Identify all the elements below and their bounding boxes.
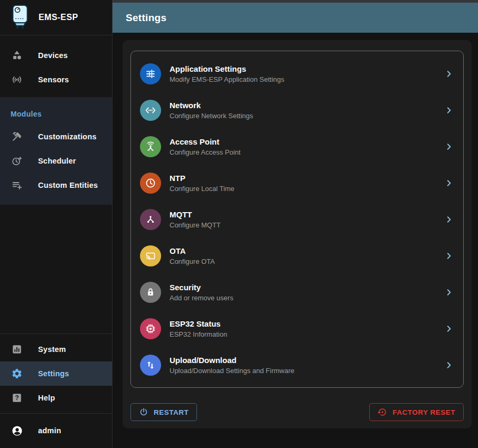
settings-card: Application Settings Modify EMS-ESP Appl… [130,51,464,388]
chevron-right-icon [444,323,454,334]
row-title: OTA [170,246,444,256]
sidebar-main-group: Devices Sensors [0,35,112,97]
sidebar-item-label: Customizations [38,132,97,141]
sidebar-item-scheduler[interactable]: Scheduler [0,149,112,173]
sidebar-user-block: admin [0,413,112,448]
settings-row-security[interactable]: Security Add or remove users [131,274,463,310]
sidebar-modules-section: Modules Customizations Scheduler [0,97,112,205]
row-title: Access Point [170,137,444,147]
sidebar-item-label: Devices [38,51,68,60]
settings-row-upload-download[interactable]: Upload/Download Upload/Download Settings… [131,347,463,383]
sensors-icon [11,73,23,86]
clock-icon [140,173,161,194]
row-subtitle: Configure MQTT [170,221,444,230]
settings-row-ota[interactable]: OTA Configure OTA [131,237,463,274]
sidebar-item-devices[interactable]: Devices [0,43,112,68]
sidebar-item-label: System [38,345,66,354]
account-circle-icon [11,424,23,437]
chip-icon [140,318,161,339]
chevron-right-icon [444,105,454,116]
sidebar: EMS-ESP Devices Sensors [0,0,113,448]
help-icon: ? [11,392,23,404]
sidebar-user-label: admin [38,426,61,435]
row-title: ESP32 Status [170,319,444,329]
actions-bar: RESTART FACTORY RESET [130,403,464,421]
chevron-right-icon [444,69,454,79]
sidebar-item-settings[interactable]: Settings [0,361,112,386]
row-subtitle: Modify EMS-ESP Application Settings [170,75,444,84]
construction-icon [11,130,23,143]
chevron-right-icon [444,251,454,261]
row-subtitle: Configure OTA [170,257,444,266]
sidebar-item-system[interactable]: System [0,337,112,361]
sidebar-item-custom-entities[interactable]: Custom Entities [0,173,112,197]
settings-panel: Application Settings Modify EMS-ESP Appl… [123,40,472,428]
factory-reset-button-label: FACTORY RESET [392,408,455,416]
row-title: NTP [170,173,444,183]
row-subtitle: Configure Network Settings [170,111,444,120]
modules-section-label: Modules [0,102,112,125]
sidebar-item-label: Custom Entities [38,181,98,189]
sidebar-item-admin[interactable]: admin [0,418,112,443]
chevron-right-icon [444,141,454,152]
row-subtitle: Configure Local Time [170,184,444,193]
more-time-icon [11,155,23,167]
sidebar-item-sensors[interactable]: Sensors [0,68,112,92]
gear-icon [11,367,23,380]
row-subtitle: ESP32 Information [170,330,444,339]
row-subtitle: Configure Access Point [170,148,444,157]
content: Application Settings Modify EMS-ESP Appl… [113,33,478,448]
restart-button[interactable]: RESTART [130,403,197,421]
lock-icon [140,282,161,303]
settings-row-mqtt[interactable]: MQTT Configure MQTT [131,201,463,237]
chevron-right-icon [444,360,454,370]
hub-icon [140,209,161,230]
settings-row-esp32-status[interactable]: ESP32 Status ESP32 Information [131,310,463,347]
sidebar-item-label: Scheduler [38,157,76,165]
page-title: Settings [126,12,166,24]
chevron-right-icon [444,178,454,188]
appbar: Settings [113,3,478,33]
backup-restore-icon [378,407,387,417]
sidebar-bottom-group: System Settings ? Help [0,333,112,413]
boiler-logo-icon [10,4,31,31]
sidebar-spacer [0,205,112,333]
chevron-right-icon [444,214,454,225]
sidebar-item-label: Sensors [38,75,69,84]
row-title: Network [170,100,444,110]
chevron-right-icon [444,287,454,298]
tune-icon [140,63,161,84]
cast-icon [140,245,161,266]
restart-button-label: RESTART [154,408,189,416]
row-title: Application Settings [170,64,444,74]
row-title: MQTT [170,209,444,220]
settings-ethernet-icon [140,100,161,121]
row-subtitle: Add or remove users [170,293,444,302]
settings-row-network[interactable]: Network Configure Network Settings [131,92,463,128]
analytics-icon [11,343,23,356]
power-icon [139,407,148,417]
main-area: Settings Application Settings Modify EMS… [113,0,478,448]
row-title: Security [170,282,444,292]
playlist-add-icon [11,179,23,192]
sidebar-item-label: Help [38,394,55,402]
row-title: Upload/Download [170,355,444,365]
factory-reset-button[interactable]: FACTORY RESET [369,403,464,421]
sidebar-item-customizations[interactable]: Customizations [0,125,112,149]
sidebar-item-label: Settings [38,369,69,378]
antenna-icon [140,136,161,157]
svg-text:?: ? [15,394,19,402]
app-logo-block: EMS-ESP [0,0,112,35]
settings-row-application-settings[interactable]: Application Settings Modify EMS-ESP Appl… [131,55,463,92]
row-subtitle: Upload/Download Settings and Firmware [170,366,444,375]
category-icon [11,49,23,62]
import-export-icon [140,355,161,376]
app-title: EMS-ESP [39,13,78,22]
settings-row-access-point[interactable]: Access Point Configure Access Point [131,128,463,165]
sidebar-item-help[interactable]: ? Help [0,386,112,410]
settings-row-ntp[interactable]: NTP Configure Local Time [131,165,463,201]
